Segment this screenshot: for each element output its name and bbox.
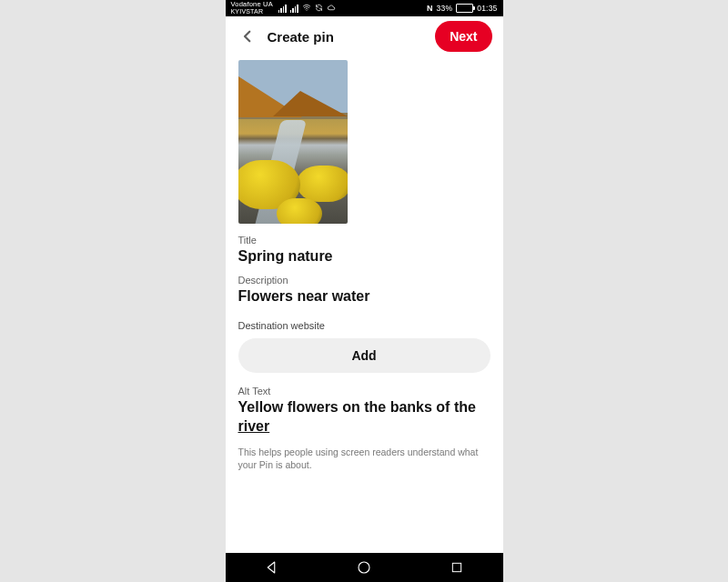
status-bar: Vodafone UA KYIVSTAR N 33% [226, 0, 503, 16]
sync-icon [315, 4, 323, 14]
content-scroll[interactable]: Title Spring nature Description Flowers … [226, 56, 503, 553]
next-button[interactable]: Next [435, 21, 491, 52]
description-field[interactable]: Flowers near water [238, 287, 490, 306]
carrier-line-1: Vodafone UA [231, 1, 273, 8]
alt-text-underlined: river [238, 418, 270, 434]
clock: 01:35 [477, 4, 497, 13]
alt-text-field[interactable]: Yellow flowers on the banks of the river [238, 398, 490, 436]
status-icons-left [278, 4, 427, 14]
square-recent-icon [450, 560, 464, 575]
nav-back-button[interactable] [261, 557, 281, 577]
wifi-icon [302, 4, 311, 14]
back-button[interactable] [237, 25, 258, 47]
alt-text-part1: Yellow flowers on the banks of the [238, 399, 476, 415]
alt-text-label: Alt Text [238, 386, 490, 396]
phone-frame: Vodafone UA KYIVSTAR N 33% [226, 0, 503, 582]
nav-recent-button[interactable] [447, 557, 467, 577]
title-field[interactable]: Spring nature [238, 247, 490, 266]
cloud-icon [327, 4, 336, 14]
signal-icon-2 [290, 5, 298, 13]
android-nav-bar [226, 553, 503, 582]
page-title: Create pin [268, 29, 427, 45]
status-icons-right: N 33% 01:35 [427, 4, 498, 13]
carrier-line-2: KYIVSTAR [231, 8, 273, 15]
svg-point-0 [359, 562, 369, 573]
destination-label: Destination website [238, 320, 490, 331]
pin-image-preview[interactable] [238, 60, 348, 224]
alt-text-helper: This helps people using screen readers u… [238, 446, 490, 471]
battery-pct: 33% [437, 4, 453, 13]
title-label: Title [238, 235, 490, 246]
app-bar: Create pin Next [226, 16, 503, 56]
nfc-icon: N [427, 4, 433, 13]
carrier-label: Vodafone UA KYIVSTAR [231, 1, 273, 15]
triangle-back-icon [263, 559, 279, 576]
battery-icon [456, 4, 473, 13]
svg-rect-1 [452, 563, 460, 571]
signal-icon [278, 5, 287, 13]
description-label: Description [238, 275, 490, 286]
nav-home-button[interactable] [354, 557, 374, 577]
add-destination-button[interactable]: Add [238, 338, 490, 373]
circle-home-icon [356, 559, 372, 576]
chevron-left-icon [239, 28, 256, 45]
